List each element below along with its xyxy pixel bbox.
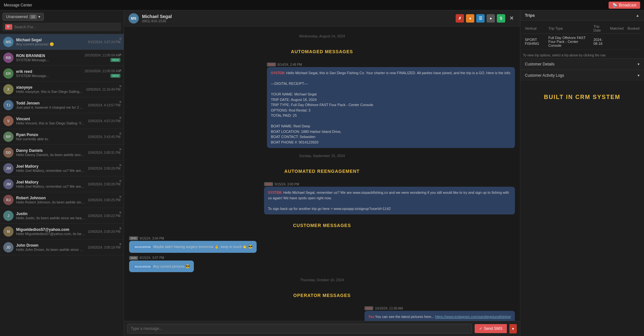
chat-contact-name: Michael Segal bbox=[142, 14, 172, 19]
contact-time: 10/9/2024, 11:16:49 PM bbox=[86, 88, 120, 91]
message-input[interactable] bbox=[127, 324, 472, 333]
contact-item[interactable]: X xiaoyeye Hello xiaoyeye, this is San D… bbox=[0, 82, 124, 97]
remove-contact-button[interactable]: × bbox=[119, 36, 122, 41]
contact-time: 10/9/2024, 3:00:28 PM bbox=[88, 167, 120, 170]
message-link[interactable]: https://www.instagram.com/sandiegotunafi… bbox=[435, 315, 511, 319]
trips-cell: SPORT FISHING bbox=[523, 34, 546, 50]
section-label: AUTOMAGED MESSAGES bbox=[129, 49, 515, 54]
contact-item[interactable]: RJ Robert Johnson Hello Robert Johnson, … bbox=[0, 192, 124, 208]
remove-contact-button[interactable]: × bbox=[119, 194, 122, 199]
chat-header-left: MS Michael Segal (661) 816-1536 bbox=[128, 13, 172, 24]
send-dropdown-button[interactable]: ▾ bbox=[509, 324, 517, 333]
message-bubble: SMS 9/15/24, 3:04 PM 6618165536 Maybe la… bbox=[129, 236, 257, 253]
contact-item[interactable]: J Justin Hello Justin, its been awhile s… bbox=[0, 208, 124, 224]
broadcast-button[interactable]: 📡 Broadcast bbox=[609, 2, 640, 9]
action-button-orange[interactable]: ● bbox=[466, 14, 474, 23]
contact-preview: SYSTEM Message... bbox=[16, 58, 82, 62]
message-header: SMS 8/14/24, 2:46 PM bbox=[267, 63, 515, 66]
trips-row[interactable]: SPORT FISHINGFull Day Offshore FAST Four… bbox=[523, 34, 641, 50]
new-badge: NEW bbox=[110, 74, 120, 78]
remove-contact-button[interactable]: × bbox=[119, 210, 122, 215]
search-input[interactable] bbox=[14, 25, 118, 29]
contact-info-header: Michael Segal (661) 816-1536 bbox=[142, 14, 172, 23]
contact-item[interactable]: JM Joel Mallory Hello Joel Mallory, reme… bbox=[0, 161, 124, 176]
message-bubble: SMS 9/15/24, 3:00 PM SYSTEM: Hello Micha… bbox=[264, 182, 515, 214]
close-chat-button[interactable]: ✕ bbox=[507, 14, 516, 23]
contact-item[interactable]: ER erik reed SYSTEM Message... 10/10/202… bbox=[0, 66, 124, 82]
remove-contact-button[interactable]: × bbox=[119, 242, 122, 247]
contact-item[interactable]: MS Michael Segal Any current pictures! 😊… bbox=[0, 34, 124, 50]
send-sms-button[interactable]: ✓ Send SMS bbox=[475, 324, 507, 333]
section-label: AUTOMATED REENGAGEMENT bbox=[129, 169, 515, 174]
sms-tag: SMS bbox=[264, 182, 273, 186]
avatar: JM bbox=[3, 179, 14, 189]
message-content: SYSTEM: Hello Michael Segal, remember us… bbox=[264, 187, 515, 214]
contact-item[interactable]: TJ Todd Jensen Just paid it, however it … bbox=[0, 97, 124, 113]
message-content: 6618165536 Maybe later! Having surgery t… bbox=[129, 241, 257, 253]
avatar: J bbox=[3, 211, 14, 221]
contact-meta: 10/9/2024, 3:00:25 PM bbox=[88, 198, 120, 202]
contact-time: 9/15/2024, 3:07:24 PM bbox=[88, 40, 120, 44]
customer-details-section[interactable]: Customer Details ▾ bbox=[520, 58, 644, 70]
message-header: SMS 8/15/24, 3:07 PM bbox=[129, 256, 194, 260]
contact-item[interactable]: V Vincent Hello Vincent, this is San Die… bbox=[0, 113, 124, 129]
contact-preview: Hello Migueldedios57@yahoo.com, its been… bbox=[16, 232, 85, 236]
message-bubble: SMS 8/15/24, 3:07 PM 6618165536 Any curr… bbox=[129, 256, 194, 272]
search-bar: 🔍 bbox=[3, 23, 121, 31]
customer-details-title: Customer Details bbox=[525, 62, 554, 66]
message-content: 6618165536 Any current pictures 😎 bbox=[129, 261, 194, 272]
action-button-blue[interactable]: ☰ bbox=[476, 14, 485, 23]
message-time: 8/15/24, 3:07 PM bbox=[140, 256, 164, 260]
contact-time: 10/9/2024, 4:13:57 PM bbox=[88, 104, 120, 107]
trips-cell bbox=[626, 34, 641, 50]
search-icon: 🔍 bbox=[5, 24, 12, 30]
middle-panel: MS Michael Segal (661) 816-1536 ✗ ● ☰ ● … bbox=[124, 10, 520, 336]
contact-preview: Hello Robert Johnson, its been awhile si… bbox=[16, 200, 85, 204]
contact-item[interactable]: RB RON BRANNEN SYSTEM Message... 10/10/2… bbox=[0, 50, 124, 66]
avatar: RB bbox=[3, 53, 14, 63]
trips-cell: 2024-08-16 bbox=[592, 34, 608, 50]
unanswered-filter-button[interactable]: Unanswered 15 ▾ bbox=[3, 13, 44, 21]
remove-contact-button[interactable]: × bbox=[119, 115, 122, 120]
collapse-trips-button[interactable]: ▲ bbox=[636, 13, 639, 18]
message-bubble: SMS 8/14/24, 2:46 PM SYSTEM: Hello Micha… bbox=[267, 63, 515, 148]
activity-logs-section[interactable]: Customer Activity Logs ▾ bbox=[520, 70, 644, 81]
contact-meta: 10/9/2024, 4:13:57 PM bbox=[88, 104, 120, 107]
remove-contact-button[interactable]: × bbox=[119, 163, 122, 168]
contact-meta: 10/10/2024, 11:00:08 AM NEW bbox=[84, 69, 120, 78]
chat-actions: ✗ ● ☰ ● S ✕ bbox=[456, 14, 516, 23]
new-badge: NEW bbox=[110, 58, 120, 62]
remove-contact-button[interactable]: × bbox=[119, 52, 122, 57]
contact-name: Migueldedios57@yahoo.com bbox=[16, 227, 85, 232]
remove-contact-button[interactable]: × bbox=[119, 68, 122, 73]
contact-name: Robert Johnson bbox=[16, 196, 85, 200]
chevron-down-icon-customer: ▾ bbox=[638, 62, 639, 66]
remove-contact-button[interactable]: × bbox=[119, 147, 122, 152]
contact-meta: 10/9/2024, 3:00:18 PM bbox=[88, 246, 120, 249]
action-button-red[interactable]: ✗ bbox=[456, 14, 464, 23]
contact-meta: 10/9/2024, 4:07:24 PM bbox=[88, 119, 120, 123]
contact-item[interactable]: M Migueldedios57@yahoo.com Hello Migueld… bbox=[0, 224, 124, 240]
contact-name: Joel Mallory bbox=[16, 164, 85, 169]
contact-item[interactable]: DD Danny Daniels Hello Danny Daniels, it… bbox=[0, 145, 124, 161]
chevron-down-icon-logs: ▾ bbox=[638, 73, 639, 78]
remove-contact-button[interactable]: × bbox=[119, 84, 122, 89]
contact-item[interactable]: RP Ryan Ponzo Not currently able to. 10/… bbox=[0, 129, 124, 145]
contact-time: 10/10/2024, 11:00:08 AM bbox=[84, 69, 120, 73]
contact-time: 10/10/2024, 11:00:04 AM bbox=[84, 54, 120, 57]
avatar: V bbox=[3, 116, 14, 126]
chat-input-area: ✓ Send SMS ▾ bbox=[124, 321, 520, 336]
message-bubble: SMS 10/10/24, 11:00 AM You You can see t… bbox=[365, 306, 515, 321]
contact-preview: Not currently able to. bbox=[16, 137, 85, 141]
contact-item[interactable]: JD John Drown Hello John Drown, its been… bbox=[0, 240, 124, 255]
action-button-green[interactable]: S bbox=[497, 14, 505, 23]
remove-contact-button[interactable]: × bbox=[119, 131, 122, 136]
remove-contact-button[interactable]: × bbox=[119, 226, 122, 231]
action-button-gray[interactable]: ● bbox=[487, 14, 495, 23]
remove-contact-button[interactable]: × bbox=[119, 99, 122, 104]
contact-preview: Hello Joel Mallory, remember us? We are … bbox=[16, 169, 85, 173]
contact-item[interactable]: JM Joel Mallory Hello Joel Mallory, reme… bbox=[0, 176, 124, 192]
contact-name: erik reed bbox=[16, 69, 82, 74]
remove-contact-button[interactable]: × bbox=[119, 178, 122, 183]
message-time: 10/10/24, 11:00 AM bbox=[375, 307, 403, 310]
